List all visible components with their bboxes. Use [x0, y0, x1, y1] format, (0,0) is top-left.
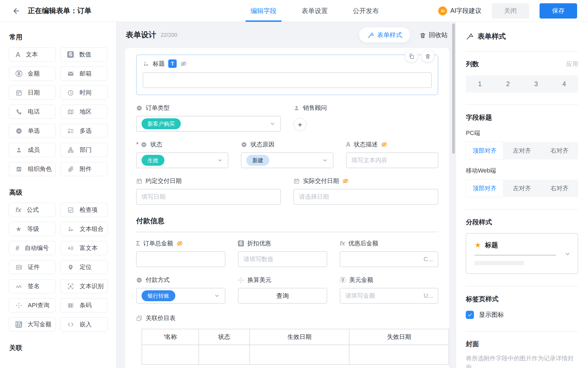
- title-field-input[interactable]: [143, 72, 432, 88]
- save-button[interactable]: 保存: [540, 3, 577, 19]
- field-link-price-table[interactable]: 关联价目表: [136, 314, 438, 322]
- eye-off-icon[interactable]: [180, 61, 187, 67]
- field-row: Σ 订单总金额 6 折扣优惠: [136, 239, 438, 267]
- tab-edit-fields[interactable]: 编辑字段: [250, 0, 277, 22]
- apply-link[interactable]: 应用: [566, 60, 578, 68]
- tab-form-settings[interactable]: 表单设置: [302, 0, 328, 22]
- field-type-item[interactable]: #自动编号: [9, 241, 56, 255]
- close-button[interactable]: 关闭: [492, 3, 529, 19]
- eye-off-icon[interactable]: [342, 178, 349, 184]
- checked-checkbox[interactable]: [466, 311, 474, 319]
- after-discount-input[interactable]: C...: [340, 251, 438, 267]
- section-style-select[interactable]: ★ 标题: [466, 233, 578, 274]
- align-top-option[interactable]: 顶部对齐: [466, 180, 503, 197]
- align-right-option[interactable]: 右对齐: [541, 142, 578, 159]
- status-select[interactable]: 生效: [136, 152, 228, 168]
- field-type-item[interactable]: API查询: [9, 298, 56, 312]
- column-option-1[interactable]: 1: [466, 76, 494, 92]
- field-type-item[interactable]: 检查项: [60, 203, 107, 217]
- field-actual-delivery-date[interactable]: 实际交付日期: [293, 177, 438, 205]
- tab-public-publish[interactable]: 公开发布: [353, 0, 379, 22]
- field-usd-amount[interactable]: ¥ 美元金额 U...: [340, 276, 438, 304]
- amount-input[interactable]: [142, 256, 220, 263]
- field-type-item[interactable]: 日期: [9, 86, 56, 100]
- order-type-select[interactable]: 新客户购买: [136, 116, 281, 132]
- number-input[interactable]: [243, 256, 322, 263]
- field-type-item[interactable]: 定位: [60, 260, 107, 274]
- field-type-item[interactable]: 多选: [60, 124, 107, 138]
- field-usd-convert[interactable]: 换算美元 查询: [238, 276, 327, 304]
- canvas-vertical-scrollbar[interactable]: [452, 23, 455, 154]
- field-type-item[interactable]: fx公式: [9, 203, 56, 217]
- column-option-3[interactable]: 3: [522, 76, 550, 92]
- field-type-item[interactable]: 条码: [60, 298, 107, 312]
- date-input[interactable]: [142, 193, 275, 200]
- status-reason-select[interactable]: 新建: [241, 152, 333, 168]
- field-type-item[interactable]: ★等级: [9, 222, 56, 236]
- agreed-date-input[interactable]: [136, 189, 281, 205]
- ai-field-suggest-button[interactable]: AI AI字段建议: [438, 7, 481, 15]
- field-sales-advisor[interactable]: 销售顾问: [293, 104, 438, 132]
- field-type-item[interactable]: 邮箱: [60, 67, 107, 81]
- field-discount[interactable]: 6 折扣优惠: [238, 239, 327, 267]
- copy-field-button[interactable]: [405, 50, 418, 62]
- column-option-2[interactable]: 2: [494, 76, 522, 92]
- align-left-option[interactable]: 左对齐: [503, 142, 541, 159]
- field-type-item[interactable]: 伍大写金额: [9, 317, 56, 331]
- eye-off-icon[interactable]: [381, 141, 387, 148]
- field-agreed-delivery-date[interactable]: 约定交付日期: [136, 177, 281, 205]
- field-type-item[interactable]: 成员: [9, 143, 56, 157]
- field-type-item[interactable]: 文本识别: [60, 279, 107, 293]
- field-pay-method[interactable]: 付款方式 银行转账: [136, 276, 225, 304]
- field-type-item[interactable]: A文本: [9, 47, 56, 62]
- field-type-item[interactable]: 地区: [60, 105, 107, 119]
- add-member-button[interactable]: [293, 118, 307, 131]
- field-type-item[interactable]: 单选: [9, 124, 56, 138]
- field-order-total[interactable]: Σ 订单总金额: [136, 239, 225, 267]
- field-label: 销售顾问: [303, 104, 327, 112]
- query-button[interactable]: 查询: [238, 288, 327, 304]
- text-input[interactable]: [351, 157, 433, 164]
- align-left-option[interactable]: 左对齐: [503, 180, 541, 197]
- show-icon-checkbox-row[interactable]: 显示图标: [466, 310, 578, 319]
- delete-field-button[interactable]: [421, 50, 434, 62]
- field-type-item[interactable]: 部门: [60, 143, 107, 157]
- usd-amount-input[interactable]: U...: [340, 288, 438, 304]
- field-type-item[interactable]: 电话: [9, 105, 56, 119]
- field-type-label: 检查项: [79, 206, 97, 214]
- status-desc-input[interactable]: [346, 152, 438, 168]
- date-input[interactable]: [299, 193, 433, 200]
- field-status-desc[interactable]: A 状态描述: [346, 140, 438, 168]
- field-type-item[interactable]: 嵌入: [60, 317, 107, 331]
- amount-input[interactable]: [345, 292, 424, 299]
- field-after-discount[interactable]: fx 优惠后金额 C...: [340, 239, 438, 267]
- field-status[interactable]: * 状态 生效: [136, 140, 228, 168]
- field-type-item[interactable]: 证件: [9, 260, 56, 274]
- form-style-button[interactable]: 表单样式: [359, 27, 410, 43]
- field-type-item[interactable]: 6数值: [60, 47, 107, 62]
- discount-input[interactable]: [238, 251, 327, 267]
- field-type-item[interactable]: 签名: [9, 279, 56, 293]
- field-type-item[interactable]: 附件: [60, 162, 107, 176]
- field-status-reason[interactable]: 状态原因 新建: [241, 140, 333, 168]
- column-option-4[interactable]: 4: [550, 76, 578, 92]
- column-header-name: *名称: [142, 329, 199, 345]
- eye-off-icon[interactable]: [176, 240, 183, 247]
- field-type-item[interactable]: ¥金额: [9, 67, 56, 81]
- recycle-bin-button[interactable]: 回收站: [419, 31, 448, 39]
- align-top-option[interactable]: 顶部对齐: [466, 142, 503, 159]
- pay-method-select[interactable]: 银行转账: [136, 288, 225, 304]
- field-type-item[interactable]: 组织角色: [9, 162, 56, 176]
- field-type-item[interactable]: 富文本: [60, 241, 107, 255]
- checkbox-label: 显示图标: [479, 310, 504, 319]
- actual-date-input[interactable]: [293, 189, 438, 205]
- order-total-input[interactable]: [136, 251, 225, 267]
- field-type-item[interactable]: 文本组合: [60, 222, 107, 236]
- formula-input[interactable]: [345, 256, 424, 263]
- field-order-type[interactable]: 订单类型 新客户购买: [136, 104, 281, 132]
- selected-field-actions: [405, 50, 434, 62]
- selected-field-title[interactable]: 标题 T: [136, 55, 438, 95]
- field-type-item[interactable]: 时间: [60, 86, 107, 100]
- align-right-option[interactable]: 右对齐: [541, 180, 578, 197]
- back-icon[interactable]: [11, 5, 22, 16]
